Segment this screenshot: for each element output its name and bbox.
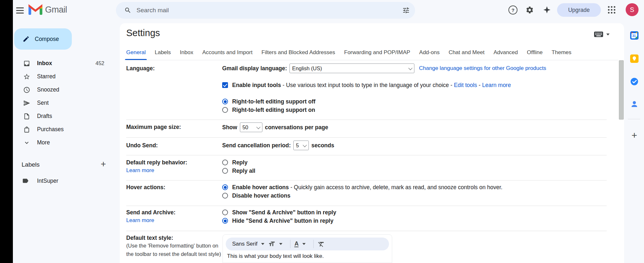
- row-divider: [126, 180, 607, 180]
- gemini-sparkle-icon[interactable]: [543, 6, 551, 14]
- inbox-icon: [23, 60, 30, 67]
- learn-more-link[interactable]: Learn more: [482, 82, 511, 89]
- cancellation-period-select[interactable]: 5: [293, 141, 309, 150]
- get-add-ons-plus-icon[interactable]: +: [629, 130, 640, 141]
- conversations-per-page-label: conversations per page: [265, 124, 328, 131]
- default-reply-learn-more-link[interactable]: Learn more: [126, 167, 154, 174]
- star-icon: [23, 73, 30, 80]
- search-filter-icon[interactable]: [402, 6, 410, 14]
- edit-tools-link[interactable]: Edit tools: [454, 82, 477, 89]
- enable-hover-label: Enable hover actions: [232, 184, 289, 191]
- row-label-send-archive: Send and Archive:: [126, 209, 175, 216]
- row-divider: [126, 137, 607, 138]
- calendar-icon[interactable]: 31: [630, 31, 639, 40]
- search-icon: [124, 7, 131, 14]
- sidebar-item-drafts[interactable]: Drafts: [13, 110, 116, 123]
- sidebar-item-more[interactable]: More: [13, 136, 116, 149]
- clock-icon: [23, 86, 30, 93]
- remove-formatting-icon[interactable]: [317, 240, 325, 248]
- tab-chat-and-meet[interactable]: Chat and Meet: [444, 45, 489, 60]
- compose-button[interactable]: Compose: [14, 28, 72, 50]
- tab-filters-and-blocked-addresses[interactable]: Filters and Blocked Addresses: [257, 45, 340, 60]
- sidebar-item-label: Sent: [37, 100, 49, 106]
- label-tag-icon: [22, 177, 29, 184]
- help-icon[interactable]: ?: [508, 5, 517, 15]
- label-name: IntSuper: [37, 178, 58, 184]
- cancellation-period-value: 5: [296, 142, 299, 149]
- tasks-icon[interactable]: [630, 77, 639, 86]
- tab-labels[interactable]: Labels: [150, 45, 175, 60]
- tab-advanced[interactable]: Advanced: [489, 45, 523, 60]
- input-tools-selector[interactable]: [594, 32, 610, 37]
- send-archive-learn-more-link[interactable]: Learn more: [126, 217, 154, 224]
- enable-hover-radio[interactable]: [222, 184, 228, 190]
- sidebar-item-inbox[interactable]: Inbox 452: [13, 57, 116, 70]
- purchases-bag-icon: [23, 126, 30, 133]
- sidebar-item-label: Starred: [37, 73, 55, 80]
- pencil-icon: [23, 35, 30, 43]
- reply-all-radio[interactable]: [222, 168, 228, 174]
- font-size-icon[interactable]: [268, 240, 275, 248]
- vertical-scrollbar[interactable]: [619, 60, 624, 120]
- show-send-archive-radio[interactable]: [222, 209, 228, 215]
- reply-label: Reply: [232, 159, 248, 166]
- rtl-on-radio[interactable]: [222, 107, 228, 113]
- search-bar[interactable]: Search mail: [116, 2, 415, 19]
- row-label-default-reply: Default reply behavior:: [126, 159, 187, 166]
- font-family-select[interactable]: Sans Serif: [232, 241, 257, 247]
- add-label-plus-icon[interactable]: +: [99, 159, 108, 169]
- change-language-link[interactable]: Change language settings for other Googl…: [419, 65, 546, 72]
- body-text-preview: This is what your body text will look li…: [227, 253, 324, 259]
- show-send-archive-label: Show "Send & Archive" button in reply: [232, 209, 336, 216]
- page-size-value: 50: [242, 124, 248, 131]
- tab-themes[interactable]: Themes: [547, 45, 576, 60]
- gear-icon[interactable]: [526, 6, 534, 14]
- sidebar-item-label: Purchases: [37, 126, 64, 133]
- upgrade-button[interactable]: Upgrade: [557, 3, 601, 17]
- reply-radio[interactable]: [222, 160, 228, 165]
- row-divider: [126, 120, 607, 120]
- gmail-settings-page: Gmail Search mail ? Upgrade S Compose In…: [0, 0, 644, 263]
- sidebar-item-sent[interactable]: Sent: [13, 96, 116, 110]
- reply-all-option: Reply all: [222, 166, 255, 176]
- text-color-icon[interactable]: A: [294, 241, 298, 247]
- chevron-down-icon: [23, 139, 30, 146]
- upgrade-label: Upgrade: [568, 7, 590, 14]
- row-label-max-page-size: Maximum page size:: [126, 123, 181, 131]
- input-tools-line: Enable input tools - Use various text in…: [222, 80, 511, 90]
- page-title: Settings: [126, 28, 160, 38]
- hide-send-archive-radio[interactable]: [222, 218, 228, 224]
- account-avatar[interactable]: S: [626, 3, 639, 16]
- sidebar-item-snoozed[interactable]: Snoozed: [13, 83, 116, 96]
- keep-icon[interactable]: [630, 54, 639, 63]
- hamburger-menu-icon[interactable]: [16, 7, 24, 14]
- enable-input-tools-checkbox[interactable]: [222, 82, 228, 88]
- sidebar-item-label: Drafts: [37, 113, 52, 120]
- rtl-off-radio[interactable]: [222, 99, 228, 104]
- search-input[interactable]: Search mail: [137, 7, 402, 14]
- tab-forwarding-and-pop-imap[interactable]: Forwarding and POP/IMAP: [340, 45, 415, 60]
- row-divider: [126, 206, 607, 206]
- hide-send-archive-label: Hide "Send & Archive" button in reply: [232, 218, 333, 224]
- tab-general[interactable]: General: [122, 45, 150, 60]
- left-black-strip: [0, 0, 13, 263]
- sidebar-item-purchases[interactable]: Purchases: [13, 123, 116, 136]
- chevron-down-icon: [606, 34, 610, 35]
- tab-accounts-and-import[interactable]: Accounts and Import: [198, 45, 257, 60]
- avatar-initial: S: [630, 6, 634, 14]
- disable-hover-radio[interactable]: [222, 193, 228, 199]
- gmail-logo-icon: [28, 4, 43, 15]
- display-language-select[interactable]: English (US): [289, 63, 414, 73]
- tab-add-ons[interactable]: Add-ons: [415, 45, 444, 60]
- sidebar-item-label: Inbox: [37, 60, 52, 67]
- apps-grid-icon[interactable]: [608, 6, 615, 14]
- send-icon: [23, 100, 30, 107]
- cancellation-period-label: Send cancellation period:: [222, 142, 291, 149]
- sidebar-label-intsuper[interactable]: IntSuper: [22, 177, 58, 184]
- sidebar-item-starred[interactable]: Starred: [13, 70, 116, 83]
- contacts-icon[interactable]: [630, 100, 639, 108]
- display-language-value: English (US): [292, 65, 322, 72]
- page-size-select[interactable]: 50: [240, 122, 262, 132]
- tab-inbox[interactable]: Inbox: [175, 45, 198, 60]
- tab-offline[interactable]: Offline: [522, 45, 547, 60]
